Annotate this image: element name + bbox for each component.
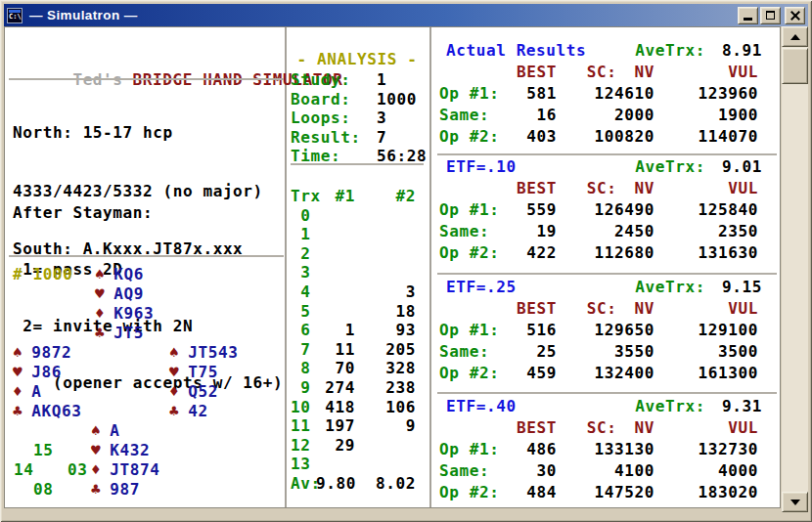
- west-hearts-hand: ♥J86: [13, 363, 62, 382]
- club-icon: ♣: [95, 324, 105, 342]
- east-hearts-hand: ♥T75: [169, 363, 218, 382]
- results-divider-1: [437, 153, 777, 155]
- deal-diagram: # 1000 ♠KQ6 ♥AQ9 ♦K963 ♣JT5 ♠9872 ♠JT543…: [9, 265, 284, 509]
- arrow-up-icon: [790, 34, 800, 40]
- column-header-row: BESTSC:NVVUL: [439, 62, 762, 83]
- main-content: Ted'sBRIDGE HAND SIMULATOR North: 15-17 …: [4, 26, 781, 508]
- south-clubs: 987: [110, 480, 140, 499]
- title-bar[interactable]: C:\ — Simulatron —: [4, 4, 808, 26]
- table-row: 711205: [291, 340, 424, 360]
- section-header: Actual ResultsAveTrx:8.91: [439, 40, 762, 62]
- section-title: ETF=.10: [446, 156, 517, 178]
- avetrx-value: 8.91: [705, 40, 762, 62]
- table-row: 3: [291, 263, 424, 283]
- column-header-row: BESTSC:NVVUL: [439, 298, 762, 320]
- panel-separator-right: [429, 27, 431, 507]
- table-row: Op #1:581124610123960: [439, 83, 762, 105]
- west-clubs-hand: ♣AKQ63: [13, 402, 81, 421]
- field-loops: Loops:3: [291, 109, 428, 128]
- south-hearts-hand: ♥K432: [91, 441, 150, 460]
- spade-icon: ♠: [95, 265, 105, 283]
- results-section-etf25: ETF=.25AveTrx:9.15 BESTSC:NVVUL Op #1:51…: [439, 277, 762, 384]
- heart-icon: ♥: [95, 284, 105, 303]
- field-result: Result:7: [291, 128, 428, 148]
- avetrx-label: AveTrx:: [635, 40, 705, 62]
- table-row: 6193: [291, 321, 424, 340]
- table-row: 518: [291, 302, 424, 322]
- table-row: 10418106: [291, 398, 424, 417]
- constraint-north: North: 15-17 hcp: [13, 122, 263, 144]
- maximize-button[interactable]: [760, 7, 781, 24]
- table-row: Op #1:559126490125840: [439, 199, 762, 221]
- section-header: ETF=.10AveTrx:9.01: [439, 156, 762, 178]
- avetrx-label: AveTrx:: [635, 277, 705, 298]
- table-row: 111979: [291, 416, 424, 436]
- north-spades-hand: ♠KQ6: [95, 265, 144, 284]
- minimize-button[interactable]: [738, 7, 758, 24]
- analysis-divider: [291, 163, 424, 165]
- table-row: 1229: [291, 436, 424, 456]
- west-spades: 9872: [31, 343, 71, 362]
- section-header: ETF=.40AveTrx:9.31: [439, 396, 762, 417]
- north-spades: KQ6: [113, 265, 144, 283]
- left-divider-1: [9, 78, 284, 80]
- arrow-down-icon: [790, 500, 800, 505]
- field-board: Board:1000: [291, 90, 428, 109]
- column-header-row: BESTSC:NVVUL: [439, 417, 762, 439]
- results-section-etf40: ETF=.40AveTrx:9.31 BESTSC:NVVUL Op #1:48…: [439, 396, 762, 503]
- east-hearts: T75: [188, 363, 218, 381]
- table-row: 1: [291, 225, 424, 244]
- east-clubs: 42: [188, 402, 207, 420]
- results-section-actual: Actual ResultsAveTrx:8.91 BESTSC:NVVUL O…: [439, 40, 762, 148]
- hcp-south: 08: [33, 480, 53, 500]
- south-diamonds-hand: ♦JT874: [91, 460, 159, 480]
- table-row: 43: [291, 283, 424, 302]
- column-header-row: BESTSC:NVVUL: [439, 178, 762, 199]
- field-study: Study:1: [291, 70, 428, 90]
- heart-icon: ♥: [91, 441, 101, 459]
- scroll-down-button[interactable]: [782, 492, 808, 512]
- vertical-scrollbar[interactable]: [782, 26, 808, 512]
- close-button[interactable]: [785, 7, 805, 24]
- board-number: # 1000: [13, 265, 72, 284]
- east-diamonds: Q52: [188, 382, 218, 401]
- table-row: Op #1:516129650129100: [439, 320, 762, 341]
- south-clubs-hand: ♣987: [91, 480, 140, 500]
- south-spades-hand: ♠A: [91, 421, 119, 441]
- window-title: — Simulatron —: [29, 8, 138, 22]
- east-diamonds-hand: ♦Q52: [169, 382, 218, 402]
- results-divider-2: [437, 273, 777, 275]
- club-icon: ♣: [13, 402, 23, 420]
- table-row: Op #2:403100820114070: [439, 126, 762, 148]
- section-header: ETF=.25AveTrx:9.15: [439, 277, 762, 298]
- results-section-etf10: ETF=.10AveTrx:9.01 BESTSC:NVVUL Op #1:55…: [439, 156, 762, 264]
- dos-console-icon: C:\: [7, 8, 23, 23]
- west-diamonds-hand: ♦A: [13, 382, 41, 402]
- west-clubs: AKQ63: [31, 402, 81, 420]
- diamond-icon: ♦: [13, 382, 23, 401]
- diamond-icon: ♦: [169, 382, 179, 401]
- left-divider-2: [9, 255, 284, 257]
- diamond-icon: ♦: [91, 460, 101, 479]
- avetrx-label: AveTrx:: [635, 396, 705, 417]
- heart-icon: ♥: [169, 363, 179, 381]
- club-icon: ♣: [91, 480, 101, 499]
- hcp-west: 14: [14, 460, 33, 480]
- table-row: 9274238: [291, 378, 424, 398]
- north-diamonds: K963: [113, 304, 154, 323]
- panel-separator-left: [285, 27, 287, 507]
- table-row: 2: [291, 244, 424, 264]
- trx-table: Trx#1#2 0 1 2 3 43 518 6193 711205 87032…: [291, 187, 424, 494]
- west-spades-hand: ♠9872: [13, 343, 71, 363]
- scroll-up-button[interactable]: [782, 26, 808, 47]
- table-row: Op #1:486133130132730: [439, 439, 762, 460]
- avetrx-value: 9.15: [705, 277, 762, 298]
- window-controls: [736, 7, 805, 24]
- dos-icon-label: C:\: [9, 13, 22, 21]
- scrollbar-thumb[interactable]: [782, 48, 808, 84]
- west-hearts: J86: [31, 363, 62, 381]
- avetrx-value: 9.31: [705, 396, 762, 417]
- trx-average-row: Av:9.808.02: [291, 474, 424, 494]
- analysis-fields: Study:1 Board:1000 Loops:3 Result:7 Time…: [291, 70, 428, 166]
- trx-header-row: Trx#1#2: [291, 187, 424, 206]
